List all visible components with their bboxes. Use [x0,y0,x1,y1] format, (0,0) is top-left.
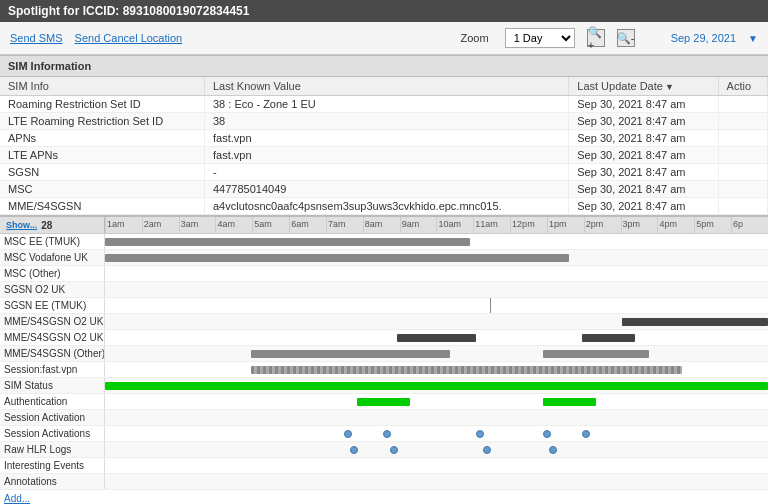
timeline-row-content [105,266,768,281]
zoom-in-button[interactable]: 🔍+ [587,29,605,47]
col-header-sim-info: SIM Info [0,77,205,96]
time-tick: 3pm [621,217,658,233]
time-tick: 12pm [510,217,547,233]
table-cell: MME/S4SGSN [0,198,205,215]
timeline-rows: MSC EE (TMUK)MSC Vodafone UKMSC (Other)S… [0,234,768,490]
timeline-dot [476,430,484,438]
timeline-row-content [105,362,768,377]
time-tick: 5am [252,217,289,233]
timeline-bar-green [105,382,768,390]
timeline-row-label: Session Activations [0,426,105,441]
timeline-row-label: Session Activation [0,410,105,425]
timeline-row: Annotations [0,474,768,490]
timeline-bar-green [357,398,410,406]
timeline-bar [105,254,569,262]
timeline-bar [622,318,768,326]
timeline-row: Session:fast.vpn [0,362,768,378]
timeline-row-label: Session:fast.vpn [0,362,105,377]
table-row: MME/S4SGSNa4vclutosnc0aafc4psnsem3sup3uw… [0,198,768,215]
timeline-row-content [105,410,768,425]
timeline-row: Raw HLR Logs [0,442,768,458]
timeline-row-content [105,250,768,265]
timeline-row-content [105,426,768,441]
date-range[interactable]: Sep 29, 2021 [671,32,736,44]
table-cell: Sep 30, 2021 8:47 am [569,181,718,198]
time-tick: 6p [731,217,768,233]
timeline-show-col: Show... 28 [0,217,105,233]
table-cell-action [718,181,767,198]
table-cell: Sep 30, 2021 8:47 am [569,198,718,215]
timeline-bar [397,334,477,342]
timeline-dot [549,446,557,454]
table-cell-action [718,198,767,215]
timeline-row: Interesting Events [0,458,768,474]
table-cell: SGSN [0,164,205,181]
timeline-row: MSC (Other) [0,266,768,282]
table-cell: Sep 30, 2021 8:47 am [569,130,718,147]
table-cell-action [718,96,767,113]
table-cell-action [718,130,767,147]
timeline-bar [251,350,450,358]
timeline-dot [350,446,358,454]
time-tick: 3am [179,217,216,233]
time-tick: 1pm [547,217,584,233]
table-cell: Sep 30, 2021 8:47 am [569,164,718,181]
table-row: Roaming Restriction Set ID38 : Eco - Zon… [0,96,768,113]
timeline-dot [344,430,352,438]
table-cell: Sep 30, 2021 8:47 am [569,113,718,130]
table-cell: APNs [0,130,205,147]
add-button[interactable]: Add... [4,493,30,504]
timeline-row-content [105,474,768,489]
timeline-dot [543,430,551,438]
send-sms-button[interactable]: Send SMS [10,32,63,44]
timeline-row-label: MSC Vodafone UK [0,250,105,265]
timeline-row: Authentication [0,394,768,410]
zoom-select[interactable]: 1 Day 1 Hour 4 Hours 1 Week 1 Month [505,28,575,48]
table-cell-action [718,164,767,181]
timeline-row: Session Activations [0,426,768,442]
table-cell: a4vclutosnc0aafc4psnsem3sup3uws3cvkhido.… [205,198,569,215]
add-row: Add... [0,490,768,504]
timeline-row-content [105,442,768,457]
page-title: Spotlight for ICCID: 8931080019072834451 [8,4,249,18]
timeline-row-content [105,234,768,249]
timeline-row-label: SIM Status [0,378,105,393]
timeline-row: MSC EE (TMUK) [0,234,768,250]
table-row: SGSN-Sep 30, 2021 8:47 am [0,164,768,181]
timeline-dot [582,430,590,438]
timeline-bar [543,350,649,358]
col-header-last-update[interactable]: Last Update Date▼ [569,77,718,96]
timeline-row-label: SGSN O2 UK [0,282,105,297]
table-cell: 38 [205,113,569,130]
timeline-dot [383,430,391,438]
time-tick: 1am [105,217,142,233]
col-header-action: Actio [718,77,767,96]
time-tick: 7am [326,217,363,233]
timeline-row-label: MME/S4SGSN O2 UK [0,314,105,329]
timeline-bar [582,334,635,342]
sim-info-section-title: SIM Information [0,55,768,77]
timeline-row-content [105,346,768,361]
timeline-row: SIM Status [0,378,768,394]
timeline-row: SGSN O2 UK [0,282,768,298]
time-tick: 9am [400,217,437,233]
sim-info-table: SIM Info Last Known Value Last Update Da… [0,77,768,215]
zoom-label: Zoom [461,32,489,44]
table-row: LTE APNsfast.vpnSep 30, 2021 8:47 am [0,147,768,164]
timeline-row-label: Authentication [0,394,105,409]
timeline-row-label: MSC EE (TMUK) [0,234,105,249]
send-cancel-location-button[interactable]: Send Cancel Location [75,32,183,44]
time-tick: 6am [289,217,326,233]
table-cell: fast.vpn [205,130,569,147]
time-tick: 10am [436,217,473,233]
timeline-bar [105,238,470,246]
show-button[interactable]: Show... [4,219,39,231]
timeline-row-content [105,330,768,345]
timeline-row-content [105,282,768,297]
table-row: APNsfast.vpnSep 30, 2021 8:47 am [0,130,768,147]
timeline-row-content [105,298,768,313]
timeline-row-label: MME/S4SGSN (Other) [0,346,105,361]
zoom-out-button[interactable]: 🔍- [617,29,635,47]
date-range-chevron[interactable]: ▼ [748,33,758,44]
timeline-row: Session Activation [0,410,768,426]
